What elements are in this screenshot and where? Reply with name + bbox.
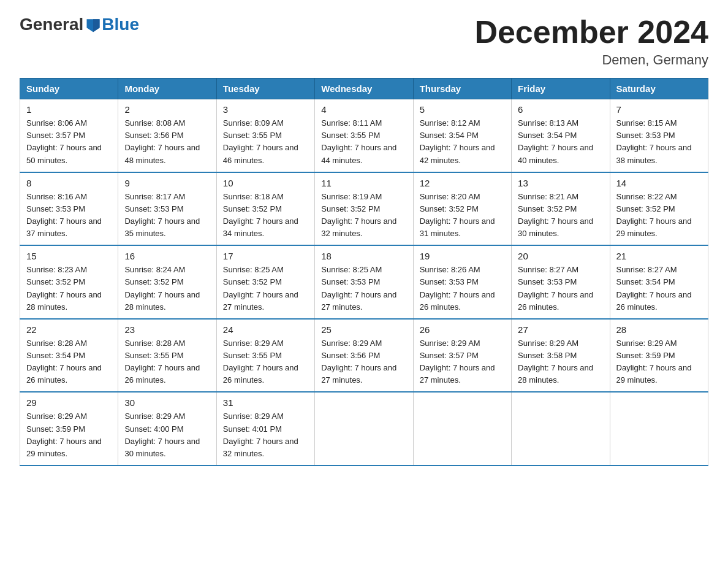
day-number: 3 [223, 104, 308, 115]
calendar-cell: 6Sunrise: 8:13 AMSunset: 3:54 PMDaylight… [512, 99, 610, 172]
calendar-cell: 4Sunrise: 8:11 AMSunset: 3:55 PMDaylight… [315, 99, 413, 172]
calendar-cell: 29Sunrise: 8:29 AMSunset: 3:59 PMDayligh… [20, 392, 118, 465]
day-info: Sunrise: 8:15 AMSunset: 3:53 PMDaylight:… [616, 117, 702, 167]
day-info: Sunrise: 8:17 AMSunset: 3:53 PMDaylight:… [124, 191, 210, 240]
calendar-cell: 20Sunrise: 8:27 AMSunset: 3:53 PMDayligh… [512, 245, 610, 319]
calendar-cell: 17Sunrise: 8:25 AMSunset: 3:52 PMDayligh… [216, 245, 314, 319]
day-info: Sunrise: 8:28 AMSunset: 3:54 PMDaylight:… [26, 337, 112, 387]
day-info: Sunrise: 8:22 AMSunset: 3:52 PMDaylight:… [616, 191, 702, 240]
day-info: Sunrise: 8:24 AMSunset: 3:52 PMDaylight:… [124, 264, 210, 313]
page-subtitle: Demen, Germany [474, 52, 708, 68]
calendar-week-1: 1Sunrise: 8:06 AMSunset: 3:57 PMDaylight… [20, 99, 708, 172]
day-info: Sunrise: 8:28 AMSunset: 3:55 PMDaylight:… [124, 337, 210, 387]
day-info: Sunrise: 8:26 AMSunset: 3:53 PMDaylight:… [420, 264, 505, 313]
calendar-cell: 3Sunrise: 8:09 AMSunset: 3:55 PMDaylight… [216, 99, 314, 172]
day-info: Sunrise: 8:12 AMSunset: 3:54 PMDaylight:… [420, 117, 505, 167]
day-info: Sunrise: 8:25 AMSunset: 3:52 PMDaylight:… [223, 264, 308, 313]
day-info: Sunrise: 8:19 AMSunset: 3:52 PMDaylight:… [321, 191, 406, 240]
day-number: 6 [518, 104, 603, 115]
calendar-header: SundayMondayTuesdayWednesdayThursdayFrid… [20, 79, 708, 99]
calendar-cell: 9Sunrise: 8:17 AMSunset: 3:53 PMDaylight… [118, 172, 216, 246]
calendar-cell: 26Sunrise: 8:29 AMSunset: 3:57 PMDayligh… [413, 319, 511, 393]
day-info: Sunrise: 8:16 AMSunset: 3:53 PMDaylight:… [26, 191, 112, 240]
day-number: 23 [124, 324, 210, 335]
day-number: 10 [223, 178, 308, 188]
calendar-cell: 5Sunrise: 8:12 AMSunset: 3:54 PMDaylight… [413, 99, 511, 172]
day-info: Sunrise: 8:29 AMSunset: 3:59 PMDaylight:… [26, 410, 112, 460]
title-block: December 2024 Demen, Germany [474, 15, 708, 68]
day-number: 14 [616, 178, 702, 188]
day-info: Sunrise: 8:29 AMSunset: 4:01 PMDaylight:… [223, 410, 308, 460]
day-number: 24 [223, 324, 308, 335]
calendar-cell: 1Sunrise: 8:06 AMSunset: 3:57 PMDaylight… [20, 99, 118, 172]
day-number: 30 [124, 397, 210, 408]
calendar-cell: 24Sunrise: 8:29 AMSunset: 3:55 PMDayligh… [216, 319, 314, 393]
calendar-cell: 16Sunrise: 8:24 AMSunset: 3:52 PMDayligh… [118, 245, 216, 319]
day-number: 22 [26, 324, 112, 335]
calendar-cell: 28Sunrise: 8:29 AMSunset: 3:59 PMDayligh… [610, 319, 708, 393]
calendar-cell: 10Sunrise: 8:18 AMSunset: 3:52 PMDayligh… [216, 172, 314, 246]
day-number: 13 [518, 178, 603, 188]
day-info: Sunrise: 8:20 AMSunset: 3:52 PMDaylight:… [420, 191, 505, 240]
header-cell-monday: Monday [118, 79, 216, 99]
logo: General Blue [20, 15, 139, 34]
calendar-cell [512, 392, 610, 465]
day-number: 27 [518, 324, 603, 335]
day-info: Sunrise: 8:29 AMSunset: 3:58 PMDaylight:… [518, 337, 603, 387]
logo-icon [85, 16, 102, 33]
calendar-cell [413, 392, 511, 465]
day-number: 11 [321, 178, 406, 188]
day-info: Sunrise: 8:13 AMSunset: 3:54 PMDaylight:… [518, 117, 603, 167]
calendar-cell: 27Sunrise: 8:29 AMSunset: 3:58 PMDayligh… [512, 319, 610, 393]
calendar-cell: 15Sunrise: 8:23 AMSunset: 3:52 PMDayligh… [20, 245, 118, 319]
day-info: Sunrise: 8:27 AMSunset: 3:53 PMDaylight:… [518, 264, 603, 313]
header-cell-wednesday: Wednesday [315, 79, 413, 99]
day-number: 26 [420, 324, 505, 335]
header-cell-tuesday: Tuesday [216, 79, 314, 99]
page-header: General Blue December 2024 Demen, German… [20, 15, 708, 68]
day-number: 21 [616, 251, 702, 261]
header-cell-sunday: Sunday [20, 79, 118, 99]
day-info: Sunrise: 8:11 AMSunset: 3:55 PMDaylight:… [321, 117, 406, 167]
day-info: Sunrise: 8:21 AMSunset: 3:52 PMDaylight:… [518, 191, 603, 240]
calendar-cell: 21Sunrise: 8:27 AMSunset: 3:54 PMDayligh… [610, 245, 708, 319]
calendar-cell: 25Sunrise: 8:29 AMSunset: 3:56 PMDayligh… [315, 319, 413, 393]
logo-general: General [20, 15, 83, 34]
header-cell-friday: Friday [512, 79, 610, 99]
calendar-week-3: 15Sunrise: 8:23 AMSunset: 3:52 PMDayligh… [20, 245, 708, 319]
day-number: 28 [616, 324, 702, 335]
day-number: 8 [26, 178, 112, 188]
day-info: Sunrise: 8:25 AMSunset: 3:53 PMDaylight:… [321, 264, 406, 313]
day-info: Sunrise: 8:29 AMSunset: 3:55 PMDaylight:… [223, 337, 308, 387]
day-info: Sunrise: 8:29 AMSunset: 3:57 PMDaylight:… [420, 337, 505, 387]
calendar-body: 1Sunrise: 8:06 AMSunset: 3:57 PMDaylight… [20, 99, 708, 465]
day-number: 29 [26, 397, 112, 408]
calendar-cell: 31Sunrise: 8:29 AMSunset: 4:01 PMDayligh… [216, 392, 314, 465]
calendar-cell: 22Sunrise: 8:28 AMSunset: 3:54 PMDayligh… [20, 319, 118, 393]
logo-blue: Blue [102, 15, 139, 34]
header-cell-saturday: Saturday [610, 79, 708, 99]
day-number: 25 [321, 324, 406, 335]
day-number: 4 [321, 104, 406, 115]
calendar-cell [610, 392, 708, 465]
day-number: 1 [26, 104, 112, 115]
day-number: 7 [616, 104, 702, 115]
day-number: 20 [518, 251, 603, 261]
calendar-week-4: 22Sunrise: 8:28 AMSunset: 3:54 PMDayligh… [20, 319, 708, 393]
calendar-cell: 7Sunrise: 8:15 AMSunset: 3:53 PMDaylight… [610, 99, 708, 172]
calendar-cell: 14Sunrise: 8:22 AMSunset: 3:52 PMDayligh… [610, 172, 708, 246]
day-number: 16 [124, 251, 210, 261]
day-info: Sunrise: 8:29 AMSunset: 3:56 PMDaylight:… [321, 337, 406, 387]
day-info: Sunrise: 8:29 AMSunset: 3:59 PMDaylight:… [616, 337, 702, 387]
calendar-table: SundayMondayTuesdayWednesdayThursdayFrid… [20, 78, 708, 466]
day-number: 12 [420, 178, 505, 188]
day-number: 19 [420, 251, 505, 261]
day-number: 17 [223, 251, 308, 261]
day-info: Sunrise: 8:18 AMSunset: 3:52 PMDaylight:… [223, 191, 308, 240]
day-info: Sunrise: 8:06 AMSunset: 3:57 PMDaylight:… [26, 117, 112, 167]
calendar-cell: 8Sunrise: 8:16 AMSunset: 3:53 PMDaylight… [20, 172, 118, 246]
calendar-cell [315, 392, 413, 465]
day-number: 2 [124, 104, 210, 115]
calendar-cell: 19Sunrise: 8:26 AMSunset: 3:53 PMDayligh… [413, 245, 511, 319]
calendar-cell: 23Sunrise: 8:28 AMSunset: 3:55 PMDayligh… [118, 319, 216, 393]
